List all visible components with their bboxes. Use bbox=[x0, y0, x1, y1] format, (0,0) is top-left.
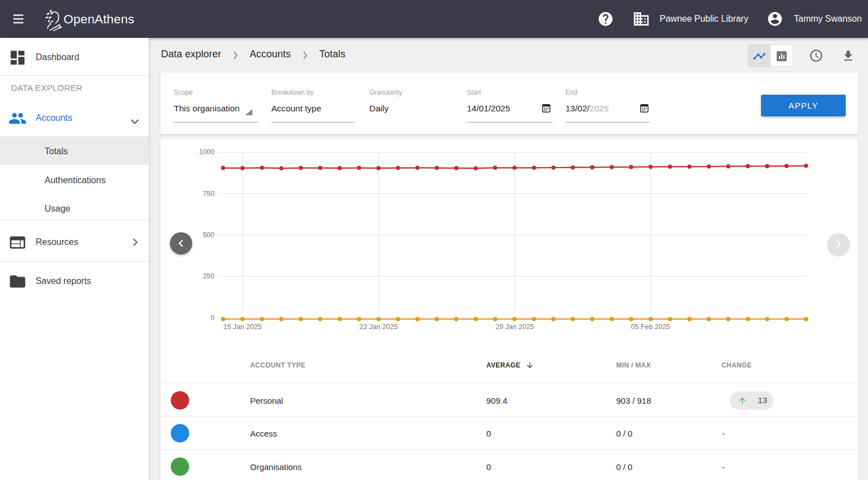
svg-text:29 Jan 2025: 29 Jan 2025 bbox=[496, 323, 534, 331]
svg-text:15 Jan 2025: 15 Jan 2025 bbox=[223, 323, 262, 331]
svg-text:1000: 1000 bbox=[199, 148, 214, 156]
svg-text:05 Feb 2025: 05 Feb 2025 bbox=[631, 323, 670, 331]
svg-text:250: 250 bbox=[203, 272, 214, 280]
svg-text:500: 500 bbox=[203, 231, 214, 239]
svg-text:0: 0 bbox=[211, 314, 214, 322]
svg-text:750: 750 bbox=[203, 190, 214, 198]
svg-text:22 Jan 2025: 22 Jan 2025 bbox=[359, 323, 398, 331]
